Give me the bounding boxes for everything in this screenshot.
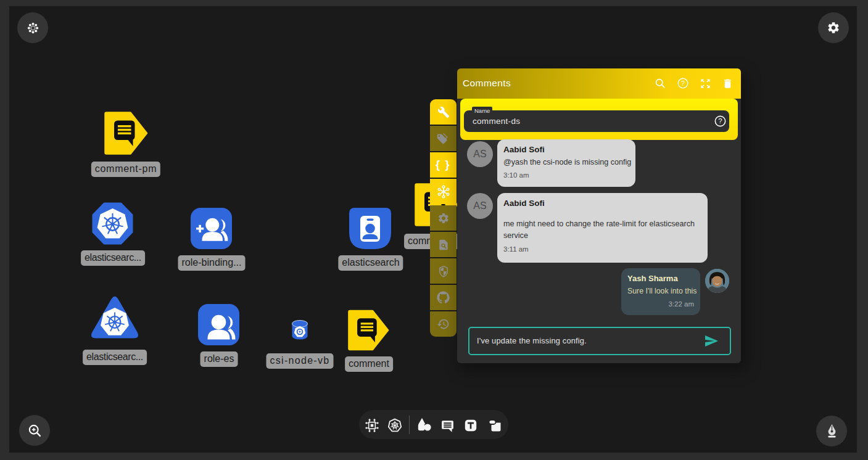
svg-text:?: ? [718, 117, 722, 125]
svg-text:?: ? [681, 80, 685, 87]
